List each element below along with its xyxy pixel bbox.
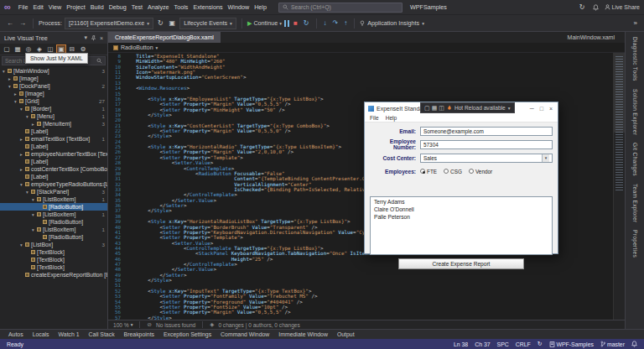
column-indicator[interactable]: Ch 37 (475, 341, 490, 347)
toolbar-overflow-icon[interactable]: » (632, 20, 639, 27)
menu-item[interactable]: Build (88, 2, 106, 13)
menu-item[interactable]: Project (64, 2, 87, 13)
tree-row[interactable]: [Label] (0, 158, 107, 165)
pin-icon[interactable] (91, 35, 96, 41)
tree-row[interactable]: [Label] (0, 143, 107, 150)
tree-row[interactable]: ▸ [MenuItem] 3 (0, 120, 107, 128)
tool-window-tab[interactable]: Exception Settings (159, 331, 216, 337)
tree-row[interactable]: [Label] (0, 128, 107, 135)
display-adorners-icon[interactable]: ▦ (432, 105, 438, 112)
email-field[interactable]: Someone@example.com (420, 127, 553, 136)
tree-row[interactable]: [RadioButton] (0, 218, 107, 226)
menu-item[interactable]: Help (252, 2, 269, 13)
collapsed-tool-tab[interactable]: Git Changes (632, 143, 638, 176)
line-indicator[interactable]: Ln 38 (454, 341, 468, 347)
chevron-down-icon[interactable]: ▾ (508, 106, 511, 111)
process-dropdown[interactable]: [21160] ExpenseItDemo.exe ▾ (65, 18, 153, 29)
tool-window-tab[interactable]: Call Stack (85, 331, 119, 337)
navigate-forward-icon[interactable]: → (18, 20, 28, 27)
cost-center-combobox[interactable]: Sales ▾ (420, 154, 553, 163)
employee-list-item[interactable]: Palle Peterson (371, 213, 552, 221)
line-ending-indicator[interactable]: CRLF (516, 341, 531, 347)
continue-button[interactable]: ▶ Continue ▾ (247, 19, 282, 27)
hot-reload-label[interactable]: Hot Reload available (454, 105, 506, 111)
step-into-icon[interactable]: ↓ (322, 20, 329, 27)
tree-row[interactable]: [TextBlock] (0, 256, 107, 263)
tool-window-tab[interactable]: Breakpoints (120, 331, 158, 337)
app-menu-item[interactable]: File (370, 115, 379, 121)
app-menu-item[interactable]: Help (386, 115, 397, 121)
radio-option[interactable]: FTE (420, 169, 437, 174)
collapsed-tool-tab[interactable]: Solution Explorer (632, 89, 638, 135)
employee-list-item[interactable]: Terry Adams (371, 198, 552, 206)
menu-item[interactable]: Edit (30, 2, 45, 13)
tree-row[interactable]: ▸ [Image] (0, 75, 107, 82)
tree-row[interactable]: [RadioButton] (0, 203, 107, 211)
tree-row[interactable]: ▾ [ListBox] 3 (0, 241, 107, 248)
minimap-scrollbar[interactable] (613, 53, 625, 320)
zoom-dropdown[interactable]: 100 % ▾ (113, 322, 132, 328)
live-share-button[interactable]: Live Share (605, 4, 640, 10)
tree-row[interactable]: [TextBlock] (0, 248, 107, 256)
tree-row[interactable]: [RadioButton] (0, 233, 107, 241)
element-picker-icon[interactable]: ▢ (424, 105, 430, 112)
tree-row[interactable]: ▾ [Grid] 27 (0, 97, 107, 105)
tree-row[interactable]: ▾ employeeTypeRadioButtons [ListBox] 1 (0, 180, 107, 188)
menu-item[interactable]: Analyze (145, 2, 172, 13)
tree-row[interactable]: createExpenseReportButton [Button] (0, 271, 107, 279)
menu-item[interactable]: Window (226, 2, 252, 13)
select-element-icon[interactable]: ▢ (2, 44, 12, 55)
employee-number-field[interactable]: 57304 (420, 140, 553, 149)
breadcrumb-element[interactable]: RadioButton (121, 44, 153, 50)
tree-row[interactable]: [Label] (0, 173, 107, 180)
menu-item[interactable]: View (46, 2, 64, 13)
tree-row[interactable]: ▾ [ListBoxItem] 1 (0, 211, 107, 218)
tool-window-tab[interactable]: Autos (4, 331, 28, 337)
radio-option[interactable]: CSG (444, 169, 462, 174)
tool-window-tab[interactable]: Immediate Window (274, 331, 332, 337)
application-insights-dropdown[interactable]: Application Insights ▾ (360, 19, 424, 27)
tree-row[interactable]: ▾ [Menu] 1 (0, 112, 107, 120)
close-panel-icon[interactable]: × (100, 35, 103, 41)
menu-item[interactable]: Test (129, 2, 145, 13)
quick-search-box[interactable]: Search (Ctrl+Q) (278, 3, 402, 13)
tree-row[interactable]: ▾ [Border] 1 (0, 105, 107, 112)
radio-option[interactable]: Vendor (469, 169, 492, 174)
menu-item[interactable]: Debug (106, 2, 129, 13)
menu-item[interactable]: Tools (172, 2, 191, 13)
space-mode-indicator[interactable]: SPC (497, 341, 509, 347)
stop-debugging-icon[interactable]: ■ (292, 20, 299, 27)
document-tab-active[interactable]: CreateExpenseReportDialogBox.xaml (108, 32, 221, 43)
collapsed-tool-tab[interactable]: Diagnostic Tools (632, 37, 638, 81)
break-all-icon[interactable] (284, 20, 289, 27)
snapshot-icon[interactable]: ▣ (168, 20, 178, 27)
chevron-down-icon[interactable]: ▾ (156, 45, 158, 50)
notifications-bell-icon[interactable] (593, 4, 599, 11)
combo-arrow-icon[interactable]: ▾ (542, 154, 549, 162)
step-out-icon[interactable]: ↑ (342, 20, 349, 27)
close-icon[interactable]: × (549, 106, 553, 112)
tree-row[interactable]: ▸ emailTextBox [TextBox] 1 (0, 135, 107, 143)
issues-text[interactable]: No issues found (156, 322, 195, 328)
layout-adorners-icon[interactable]: ◫ (439, 105, 444, 112)
display-adorners-icon[interactable]: ▦ (13, 44, 23, 55)
tool-window-tab[interactable]: Watch 1 (55, 331, 84, 337)
document-tab-secondary[interactable]: MainWindow.xaml (563, 32, 620, 43)
tool-window-tab[interactable]: Locals (29, 331, 54, 337)
maximize-icon[interactable]: □ (540, 106, 543, 112)
tree-row[interactable]: ▾ [StackPanel] 3 (0, 188, 107, 195)
repository-picker[interactable]: WPF-Samples (549, 341, 594, 347)
tree-row[interactable]: ▾ [ListBoxItem] 1 (0, 226, 107, 233)
tree-row[interactable]: ▸ employeeNumberTextBox [TextBox] 1 (0, 150, 107, 158)
step-over-icon[interactable]: ↷ (331, 20, 340, 27)
collapsed-tool-tab[interactable]: Team Explorer (632, 184, 638, 222)
minimize-icon[interactable]: ─ (530, 106, 534, 112)
restart-icon[interactable]: ↻ (302, 20, 311, 27)
tool-window-tab[interactable]: Command Window (216, 331, 273, 337)
tree-row[interactable]: ▾ [MainWindow] 3 (0, 67, 107, 75)
window-position-icon[interactable]: ▾ (84, 34, 87, 41)
create-expense-report-button[interactable]: Create Expense Report (398, 258, 524, 269)
changes-text[interactable]: 0 changes | 0 authors, 0 changes (218, 322, 299, 328)
tree-row[interactable]: [TextBlock] (0, 263, 107, 271)
tool-window-tab[interactable]: Output (333, 331, 359, 337)
